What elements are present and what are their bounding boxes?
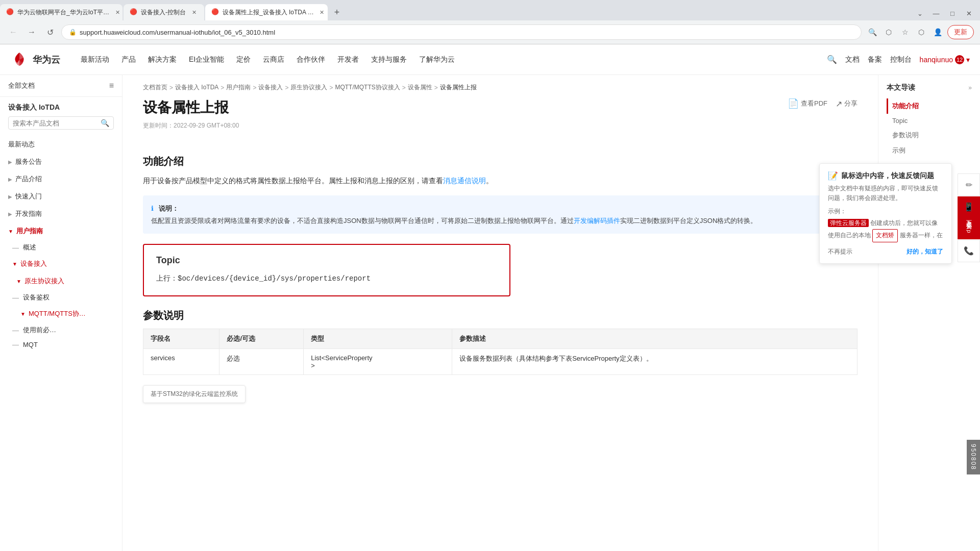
breadcrumb-item-0[interactable]: 文档首页 (143, 83, 167, 92)
arrow-icon: ▼ (12, 261, 17, 267)
nav-item-marketplace[interactable]: 云商店 (263, 53, 284, 66)
tab-2[interactable]: 🔴 设备接入-控制台 ✕ (124, 4, 204, 20)
address-input[interactable]: 🔒 support.huaweicloud.com/usermanual-iot… (61, 24, 862, 40)
nav-item-ei[interactable]: EI企业智能 (189, 53, 224, 66)
feedback-dismiss[interactable]: 不再提示 (828, 247, 852, 256)
sidebar-item-overview[interactable]: — 概述 (0, 240, 122, 255)
sidebar-item-device-auth[interactable]: — 设备鉴权 (0, 290, 122, 305)
tab-1[interactable]: 🔴 华为云物联网平台_华为云IoT平… ✕ (0, 4, 122, 20)
breadcrumb-item-4[interactable]: 原生协议接入 (290, 83, 327, 92)
section-intro-title: 功能介绍 (143, 155, 857, 168)
sidebar-menu-icon[interactable]: ≡ (109, 81, 114, 90)
profile-icon[interactable]: 👤 (931, 26, 944, 39)
extension-icon[interactable]: ⬡ (915, 26, 928, 39)
sidebar-all-docs[interactable]: 全部文档 (8, 81, 35, 90)
screenshot-icon[interactable]: ⬡ (882, 26, 895, 39)
forward-button[interactable]: → (24, 25, 39, 39)
breadcrumb-sep-4: > (329, 84, 333, 91)
tab-list-button[interactable]: ⌄ (913, 6, 927, 20)
col-type: 类型 (304, 329, 452, 349)
back-button[interactable]: ← (6, 25, 20, 39)
sidebar-item-device-connection[interactable]: ▼ 设备接入 (0, 255, 122, 272)
sidebar-item-quickstart[interactable]: ▶ 快速入门 (0, 188, 122, 205)
breadcrumb-item-5[interactable]: MQTT/MQTTS协议接入 (335, 83, 400, 92)
sidebar-header: 全部文档 ≡ (0, 75, 122, 97)
download-app-button[interactable]: 📱 下载华为云App (958, 196, 980, 239)
new-tab-button[interactable]: + (329, 4, 345, 20)
tab-bar: 🔴 华为云物联网平台_华为云IoT平… ✕ 🔴 设备接入-控制台 ✕ 🔴 设备属… (0, 0, 980, 20)
sidebar-news-label: 最新动态 (8, 140, 35, 149)
search-icon[interactable]: 🔍 (866, 26, 879, 39)
tab-close-2[interactable]: ✕ (190, 8, 198, 16)
sidebar-item-announcements[interactable]: ▶ 服务公告 (0, 153, 122, 170)
toc-item-params[interactable]: 参数说明 (887, 128, 972, 143)
nav-item-developer[interactable]: 开发者 (337, 53, 359, 66)
nav-item-activities[interactable]: 最新活动 (81, 53, 109, 66)
tab-3[interactable]: 🔴 设备属性上报_设备接入 IoTDA … ✕ (205, 4, 328, 20)
update-button[interactable]: 更新 (947, 25, 974, 39)
nav-item-support[interactable]: 支持与服务 (371, 53, 407, 66)
sidebar-mqtt-label: MQTT/MQTTS协… (29, 309, 86, 318)
link-codec-plugin[interactable]: 开发编解码插件 (574, 217, 620, 224)
breadcrumb-sep-6: > (434, 84, 438, 91)
sidebar-item-mqtt[interactable]: ▼ MQTT/MQTTS协… (0, 305, 122, 322)
sidebar-search-icon[interactable]: 🔍 (101, 119, 109, 127)
sidebar-item-pre-use[interactable]: — 使用前必… (0, 322, 122, 338)
toc-item-topic[interactable]: Topic (887, 114, 972, 128)
nav-item-partner[interactable]: 合作伙伴 (297, 53, 325, 66)
nav-item-solutions[interactable]: 解决方案 (148, 53, 177, 66)
sidebar-search[interactable]: 🔍 (8, 116, 114, 130)
sidebar-product-intro-label: 产品介绍 (15, 174, 42, 184)
tab-close-1[interactable]: ✕ (113, 8, 121, 16)
sidebar-item-news[interactable]: 最新动态 (0, 136, 122, 153)
sidebar-item-dev-guide[interactable]: ▶ 开发指南 (0, 205, 122, 222)
minimize-button[interactable]: — (929, 6, 943, 20)
side-action-edit[interactable]: ✏ (958, 173, 980, 196)
topic-row: 上行：$oc/devices/{device_id}/sys/propertie… (156, 272, 497, 285)
refresh-button[interactable]: ↺ (43, 25, 57, 39)
breadcrumb-item-1[interactable]: 设备接入 IoTDA (175, 83, 218, 92)
feedback-panel: 📝 鼠标选中内容，快速反馈问题 选中文档中有疑惑的内容，即可快速反馈问题，我们将… (819, 163, 952, 264)
side-phone-number[interactable]: 950808 (967, 440, 980, 474)
arrow-icon: ▶ (8, 159, 12, 165)
user-menu[interactable]: hanqiunuo 12 ▾ (920, 55, 970, 64)
bookmark-icon[interactable]: ☆ (898, 26, 912, 39)
sidebar-dev-guide-label: 开发指南 (15, 209, 42, 218)
toc-item-intro[interactable]: 功能介绍 (887, 98, 972, 114)
nav-docs-link[interactable]: 文档 (845, 55, 860, 64)
col-desc: 参数描述 (452, 329, 857, 349)
side-action-phone[interactable]: 📞 (958, 240, 980, 262)
toc-title: 本文导读 (887, 83, 915, 92)
bottom-popup-card[interactable]: 基于STM32的绿化云端监控系统 (143, 385, 246, 403)
share-button[interactable]: ↗ 分享 (836, 99, 857, 109)
pdf-button[interactable]: 📄 查看PDF (788, 98, 827, 109)
sidebar-item-user-guide[interactable]: ▼ 用户指南 (0, 222, 122, 240)
sidebar-quickstart-label: 快速入门 (15, 192, 42, 201)
toc-expand-icon[interactable]: » (968, 84, 972, 91)
breadcrumb-item-3[interactable]: 设备接入 (258, 83, 283, 92)
nav-console-link[interactable]: 控制台 (890, 55, 912, 64)
sidebar-search-input[interactable] (13, 119, 101, 127)
maximize-button[interactable]: □ (945, 6, 960, 20)
breadcrumb-item-6[interactable]: 设备属性 (408, 83, 432, 92)
sidebar-product-title: 设备接入 IoTDA (0, 97, 122, 116)
nav-record-link[interactable]: 备案 (868, 55, 882, 64)
sidebar-item-native-protocol[interactable]: ▼ 原生协议接入 (0, 272, 122, 290)
feedback-ok[interactable]: 好的，知道了 (906, 247, 943, 256)
nav-item-pricing[interactable]: 定价 (236, 53, 251, 66)
col-required: 必选/可选 (219, 329, 304, 349)
table-row: services 必选 List<ServiceProperty> 设备服务数据… (143, 349, 857, 375)
nav-search-icon[interactable]: 🔍 (827, 55, 837, 64)
feedback-tag[interactable]: 文档矫 (872, 229, 898, 242)
tab-title-1: 华为云物联网平台_华为云IoT平… (17, 8, 109, 17)
tab-close-3[interactable]: ✕ (318, 8, 326, 16)
nav-item-about[interactable]: 了解华为云 (419, 53, 455, 66)
link-message-comm[interactable]: 消息通信说明 (443, 177, 486, 185)
breadcrumb-item-2[interactable]: 用户指南 (226, 83, 251, 92)
nav-item-products[interactable]: 产品 (121, 53, 136, 66)
sidebar-item-product-intro[interactable]: ▶ 产品介绍 (0, 170, 122, 188)
toc-item-example[interactable]: 示例 (887, 143, 972, 158)
dash-icon: — (12, 244, 19, 252)
sidebar-item-mqt[interactable]: — MQT (0, 338, 122, 352)
close-window-button[interactable]: ✕ (962, 6, 976, 20)
